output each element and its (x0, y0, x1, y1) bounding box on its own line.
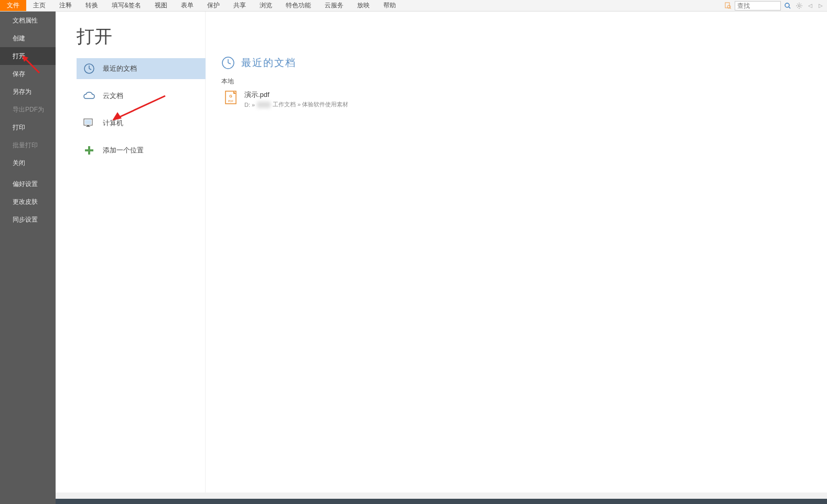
menu-tab-annotate[interactable]: 注释 (52, 0, 79, 11)
sidebar-item-open[interactable]: 打开 (0, 47, 56, 65)
menu-tab-cloud[interactable]: 云服务 (318, 0, 350, 11)
sidebar-item-close[interactable]: 关闭 (0, 154, 56, 172)
svg-rect-20 (86, 126, 90, 127)
menu-spacer (403, 0, 723, 11)
svg-line-25 (228, 63, 231, 64)
menu-tab-browse[interactable]: 浏览 (253, 0, 279, 11)
page-title: 打开 (56, 25, 205, 49)
section-label-local: 本地 (221, 77, 827, 86)
location-label: 最近的文档 (103, 64, 137, 73)
menu-tab-present[interactable]: 放映 (350, 0, 377, 11)
computer-icon (83, 117, 95, 129)
svg-line-2 (730, 8, 731, 9)
nav-next-icon[interactable]: ▷ (817, 0, 825, 12)
location-label: 计算机 (103, 118, 123, 128)
status-bar-upper (56, 492, 827, 499)
open-locations-panel: 打开 最近的文档 云文档 计算机 添加一个位置 (56, 12, 206, 504)
svg-point-5 (798, 5, 800, 7)
sidebar-item-skin[interactable]: 更改皮肤 (0, 193, 56, 211)
svg-text:G: G (229, 94, 232, 98)
search-doc-icon[interactable] (723, 1, 733, 10)
svg-line-13 (801, 4, 802, 5)
pdf-file-icon: GPDF (224, 90, 237, 105)
sidebar-item-saveas[interactable]: 另存为 (0, 83, 56, 101)
clock-icon (221, 56, 235, 70)
menu-bar: 文件 主页 注释 转换 填写&签名 视图 表单 保护 共享 浏览 特色功能 云服… (0, 0, 827, 12)
sidebar-item-properties[interactable]: 文档属性 (0, 12, 56, 29)
svg-line-4 (789, 7, 790, 8)
menu-tab-share[interactable]: 共享 (227, 0, 253, 11)
sidebar-item-create[interactable]: 创建 (0, 29, 56, 47)
status-bar-lower (56, 499, 827, 504)
file-name: 演示.pdf (244, 90, 348, 100)
svg-text:PDF: PDF (228, 100, 233, 103)
svg-line-16 (89, 69, 91, 70)
menu-tab-view[interactable]: 视图 (148, 0, 174, 11)
sidebar-item-print[interactable]: 打印 (0, 118, 56, 136)
svg-rect-19 (87, 125, 89, 126)
search-icon[interactable] (783, 1, 792, 10)
menu-tab-fill-sign[interactable]: 填写&签名 (105, 0, 148, 11)
menu-tab-form[interactable]: 表单 (174, 0, 200, 11)
menu-tab-features[interactable]: 特色功能 (279, 0, 318, 11)
recent-docs-panel: 最近的文档 本地 GPDF 演示.pdf D: » xxxx 工作文档 » 体验… (206, 12, 827, 504)
gear-icon[interactable] (794, 1, 804, 10)
menu-tab-help[interactable]: 帮助 (377, 0, 403, 11)
sidebar-item-save[interactable]: 保存 (0, 65, 56, 83)
location-computer[interactable]: 计算机 (77, 113, 206, 134)
menu-tab-protect[interactable]: 保护 (200, 0, 227, 11)
panel-heading: 最近的文档 (221, 56, 827, 70)
recent-file-row[interactable]: GPDF 演示.pdf D: » xxxx 工作文档 » 体验软件使用素材 (221, 89, 827, 109)
location-recent[interactable]: 最近的文档 (77, 58, 206, 79)
location-label: 云文档 (103, 91, 123, 101)
sidebar-item-preferences[interactable]: 偏好设置 (0, 175, 56, 193)
nav-prev-icon[interactable]: ◁ (806, 0, 814, 12)
search-wrap: ◁ ▷ (723, 0, 827, 11)
file-sidebar: 文档属性 创建 打开 保存 另存为 导出PDF为 打印 批量打印 关闭 偏好设置… (0, 12, 56, 504)
sidebar-item-sync[interactable]: 同步设置 (0, 211, 56, 228)
file-path: D: » xxxx 工作文档 » 体验软件使用素材 (244, 101, 348, 108)
cloud-icon (83, 90, 95, 102)
svg-point-3 (785, 3, 789, 7)
file-info: 演示.pdf D: » xxxx 工作文档 » 体验软件使用素材 (244, 90, 348, 108)
plus-icon (83, 144, 95, 157)
location-cloud[interactable]: 云文档 (77, 85, 206, 106)
svg-rect-18 (85, 120, 91, 124)
location-label: 添加一个位置 (103, 146, 144, 155)
svg-rect-22 (85, 149, 93, 151)
clock-icon (83, 62, 95, 75)
sidebar-item-batchprint: 批量打印 (0, 136, 56, 154)
search-input[interactable] (735, 1, 781, 10)
menu-tab-home[interactable]: 主页 (26, 0, 52, 11)
menu-tab-convert[interactable]: 转换 (79, 0, 105, 11)
svg-line-11 (801, 7, 802, 8)
menu-tab-file[interactable]: 文件 (0, 0, 26, 11)
sidebar-item-export: 导出PDF为 (0, 101, 56, 118)
svg-line-10 (797, 4, 798, 5)
location-add[interactable]: 添加一个位置 (77, 140, 206, 161)
svg-line-12 (797, 7, 798, 8)
panel-heading-text: 最近的文档 (241, 56, 296, 70)
